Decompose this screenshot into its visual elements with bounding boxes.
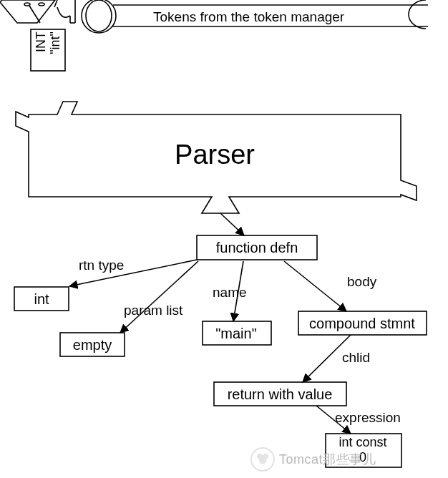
edge-child: chlid [342,351,370,366]
svg-line-2 [29,6,40,23]
node-int: int [34,291,49,307]
edge-body: body [347,275,376,290]
edge-rtn-type: rtn type [79,258,124,273]
node-empty: empty [73,337,112,353]
edge-expression: expression [335,411,401,426]
header-caption: Tokens from the token manager [153,10,344,25]
edge-param-list: param list [124,303,182,318]
edge-name: name [213,286,247,301]
svg-point-8 [86,0,112,31]
watermark: Tomcat那些事儿 [250,447,376,472]
node-main: "main" [215,326,257,341]
svg-point-1 [39,3,44,6]
svg-line-19 [220,213,244,235]
svg-point-7 [82,0,116,33]
node-return: return with value [228,386,333,402]
node-function-defn: function defn [216,240,298,255]
watermark-text: Tomcat那些事儿 [279,451,376,468]
token-chip-line1: INT [34,31,48,52]
token-chip-line2: "int" [48,31,62,54]
svg-line-21 [120,261,198,333]
diagram-stage: Tokens from the token manager INT "int" … [0,0,448,478]
svg-line-23 [284,261,346,311]
svg-point-0 [24,3,30,6]
parser-label: Parser [175,140,255,170]
wechat-icon [250,447,275,472]
node-compound: compound stmnt [309,316,415,331]
line-layer [0,0,448,478]
